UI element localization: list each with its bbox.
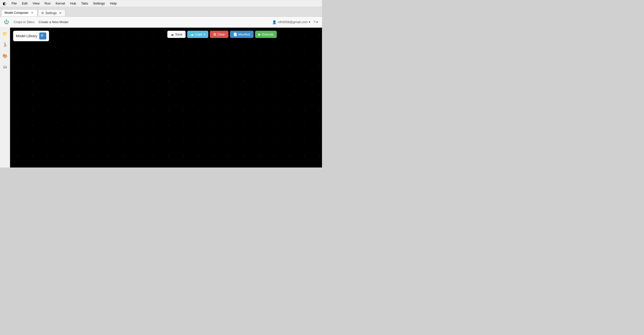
manifest-button[interactable]: 📄 Manifest [230, 31, 254, 38]
canvas-area[interactable]: Model Library 🔍 ☁ Save ☁ Load ▾ [10, 28, 322, 168]
user-dropdown-arrow: ▾ [309, 20, 310, 24]
nav-breadcrumb-crops[interactable]: Crops in Silico [12, 19, 36, 25]
model-library-search-button[interactable]: 🔍 [39, 32, 46, 39]
app-icon: ◐ [2, 1, 7, 6]
load-label: Load [195, 33, 202, 36]
content-area: ⏻ Crops in Silico Create a New Model 👤 c… [0, 17, 322, 168]
model-library-panel: Model Library 🔍 [13, 31, 49, 41]
menu-file[interactable]: File [9, 1, 19, 6]
manifest-icon: 📄 [233, 32, 237, 36]
nav-bar: ⏻ Crops in Silico Create a New Model 👤 c… [0, 17, 322, 28]
tab-model-composer-label: Model Composer [5, 11, 28, 15]
save-label: Save [175, 33, 182, 36]
menu-tabs[interactable]: Tabs [79, 1, 91, 6]
load-button[interactable]: ☁ Load ▾ [187, 31, 208, 38]
execute-icon: ▶ [258, 32, 261, 36]
model-library-label: Model Library [16, 34, 37, 38]
user-icon: 👤 [272, 20, 276, 24]
menu-kernel[interactable]: Kernel [53, 1, 68, 6]
save-button[interactable]: ☁ Save [167, 31, 186, 38]
nav-help[interactable]: ? ▾ [313, 20, 318, 24]
tab-settings-label: Settings [45, 11, 57, 15]
save-icon: ☁ [171, 32, 174, 36]
main-container: Model Composer ✕ ⚙ Settings ✕ ⏻ Crops in… [0, 7, 322, 168]
menu-hub[interactable]: Hub [68, 1, 79, 6]
tab-bar: Model Composer ✕ ⚙ Settings ✕ [0, 7, 322, 17]
tab-model-composer[interactable]: Model Composer ✕ [1, 9, 37, 16]
sidebar-files-icon[interactable]: 🗂 [2, 63, 9, 70]
help-dropdown-arrow: ▾ [316, 20, 318, 24]
sidebar-folder-icon[interactable]: 📁 [2, 30, 9, 37]
sidebar-palette-icon[interactable]: 🎨 [2, 52, 9, 59]
sidebar-run-icon[interactable]: 🏃 [2, 41, 9, 48]
manifest-label: Manifest [238, 33, 250, 36]
execute-button[interactable]: ▶ Execute [255, 31, 277, 38]
workspace: 📁 🏃 🎨 🗂 Model Library 🔍 ☁ [0, 28, 322, 168]
sidebar: 📁 🏃 🎨 🗂 [0, 28, 10, 168]
menu-view[interactable]: View [30, 1, 42, 6]
menu-settings[interactable]: Settings [91, 1, 107, 6]
nav-breadcrumb-newmodel[interactable]: Create a New Model [37, 19, 70, 25]
execute-label: Execute [262, 33, 273, 36]
load-icon: ☁ [190, 32, 194, 36]
help-icon: ? [313, 20, 315, 24]
clear-icon: 🗑 [213, 32, 216, 36]
menu-help[interactable]: Help [107, 1, 119, 6]
menubar: ◐ File Edit View Run Kernel Hub Tabs Set… [0, 0, 322, 7]
nav-logo-icon: ⏻ [4, 19, 9, 25]
menu-run[interactable]: Run [42, 1, 53, 6]
load-dropdown-arrow: ▾ [204, 33, 205, 36]
user-email: cfh5058@gmail.com [278, 20, 308, 24]
clear-label: Clear [218, 33, 225, 36]
tab-settings[interactable]: ⚙ Settings ✕ [38, 9, 65, 16]
search-icon: 🔍 [41, 34, 45, 38]
tab-model-composer-close[interactable]: ✕ [30, 11, 34, 15]
settings-tab-icon: ⚙ [41, 11, 44, 15]
nav-user[interactable]: 👤 cfh5058@gmail.com ▾ [272, 20, 310, 24]
clear-button[interactable]: 🗑 Clear [210, 31, 228, 38]
canvas-toolbar: ☁ Save ☁ Load ▾ 🗑 Clear 📄 Manifest [167, 31, 277, 38]
menu-edit[interactable]: Edit [19, 1, 30, 6]
tab-settings-close[interactable]: ✕ [59, 11, 62, 15]
